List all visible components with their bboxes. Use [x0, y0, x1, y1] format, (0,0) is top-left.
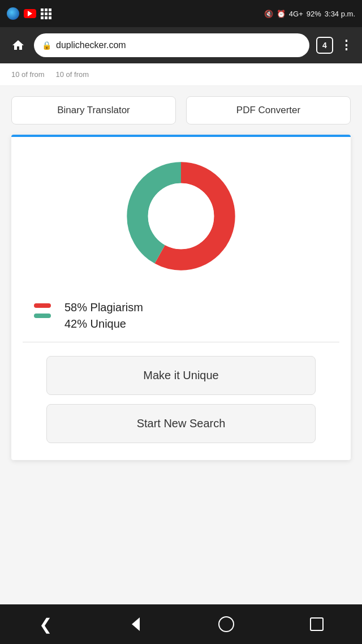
- grid-icon: [41, 8, 51, 19]
- tools-row: Binary Translator PDF Converter: [0, 86, 362, 135]
- scroll-hint-left: 10 of from: [11, 70, 45, 79]
- unique-legend-bar: [34, 314, 51, 318]
- binary-translator-button[interactable]: Binary Translator: [11, 96, 176, 124]
- back-button[interactable]: ❮: [32, 611, 59, 638]
- unique-legend-label: 42% Unique: [64, 317, 143, 330]
- recent-button[interactable]: [303, 611, 330, 638]
- more-options-button[interactable]: ⋮: [340, 38, 353, 53]
- circle-icon: [218, 616, 234, 632]
- donut-hole: [148, 183, 214, 250]
- chart-legend: 58% Plagiarism 42% Unique: [23, 301, 339, 342]
- legend-icons: [34, 303, 51, 318]
- tab-count-badge[interactable]: 4: [316, 37, 333, 54]
- alarm-icon: ⏰: [277, 10, 286, 18]
- legend-text: 58% Plagiarism 42% Unique: [64, 301, 143, 330]
- back-icon: ❮: [39, 615, 52, 634]
- recent-apps-button[interactable]: [213, 611, 240, 638]
- plagiarism-legend-bar: [34, 303, 51, 308]
- donut-svg: [119, 154, 243, 278]
- youtube-icon: [24, 9, 36, 18]
- globe-icon: [7, 7, 19, 20]
- scroll-hint-row: 10 of from 10 of from: [0, 63, 362, 86]
- mute-icon: 🔇: [264, 10, 273, 18]
- nav-bar: ❮: [0, 604, 362, 644]
- back-triangle-icon: [132, 617, 140, 631]
- donut-chart: [119, 154, 243, 278]
- scroll-hint-right: 10 of from: [56, 70, 89, 79]
- lock-icon: 🔒: [42, 41, 51, 50]
- status-right-info: 🔇 ⏰ 4G+ 92% 3:34 p.m.: [264, 10, 355, 18]
- battery-label: 92%: [307, 10, 321, 18]
- home-nav-button[interactable]: [122, 611, 149, 638]
- url-bar[interactable]: 🔒 duplichecker.com: [34, 33, 309, 57]
- url-text: duplichecker.com: [56, 40, 301, 50]
- square-icon: [310, 617, 324, 631]
- time-label: 3:34 p.m.: [325, 10, 355, 18]
- signal-label: 4G+: [289, 10, 303, 18]
- browser-bar: 🔒 duplichecker.com 4 ⋮: [0, 27, 362, 63]
- result-card: 58% Plagiarism 42% Unique Make it Unique…: [11, 135, 351, 460]
- pdf-converter-button[interactable]: PDF Converter: [186, 96, 351, 124]
- home-button[interactable]: [9, 36, 27, 54]
- make-unique-button[interactable]: Make it Unique: [46, 356, 316, 395]
- home-icon: [11, 38, 25, 52]
- start-new-search-button[interactable]: Start New Search: [46, 404, 316, 443]
- status-left-icons: [7, 7, 51, 20]
- status-bar: 🔇 ⏰ 4G+ 92% 3:34 p.m.: [0, 0, 362, 27]
- plagiarism-legend-label: 58% Plagiarism: [64, 301, 143, 314]
